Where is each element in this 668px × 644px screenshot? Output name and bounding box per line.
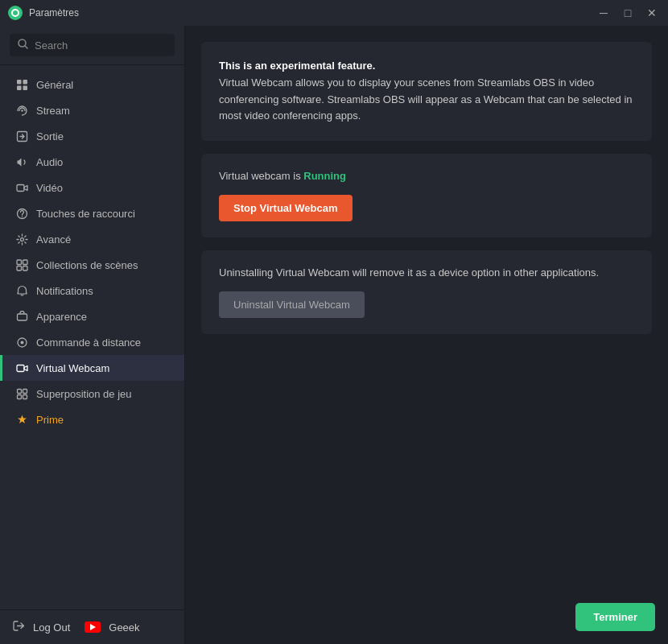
window-title: Paramètres [29, 7, 79, 19]
audio-icon [15, 155, 28, 168]
svg-line-1 [25, 46, 27, 48]
uninstall-button[interactable]: Uninstall Virtual Webcam [219, 291, 365, 318]
general-icon [15, 78, 28, 91]
svg-rect-14 [17, 266, 22, 270]
user-name: Geeek [109, 621, 139, 634]
svg-rect-3 [23, 80, 27, 85]
search-container [0, 26, 184, 65]
prime-label: Prime [36, 414, 64, 426]
minimize-button[interactable]: ─ [594, 3, 613, 23]
svg-rect-15 [23, 266, 27, 270]
sidebar-footer: Log Out Geeek [0, 609, 184, 644]
avance-label: Avancé [36, 233, 71, 246]
svg-rect-20 [17, 389, 21, 393]
svg-rect-8 [17, 184, 24, 191]
sidebar-item-stream[interactable]: Stream [0, 97, 184, 123]
gameoverlay-icon [15, 387, 28, 400]
search-input[interactable] [35, 39, 167, 52]
title-bar-left: Paramètres [8, 6, 79, 20]
terminer-button[interactable]: Terminer [575, 603, 655, 631]
gameoverlay-label: Superposition de jeu [36, 388, 132, 400]
audio-label: Audio [36, 156, 63, 168]
maximize-button[interactable]: □ [618, 3, 637, 23]
video-label: Vidéo [36, 182, 63, 194]
sidebar-item-sortie[interactable]: Sortie [0, 123, 184, 149]
svg-point-10 [21, 216, 23, 217]
sidebar-item-virtualwebcam[interactable]: Virtual Webcam [0, 355, 184, 381]
close-button[interactable]: ✕ [642, 3, 662, 23]
youtube-icon [85, 621, 101, 633]
remote-icon [15, 336, 28, 349]
title-controls: ─ □ ✕ [594, 3, 662, 23]
svg-rect-12 [17, 260, 22, 265]
svg-rect-19 [17, 365, 24, 371]
sortie-label: Sortie [36, 130, 64, 142]
notifications-label: Notifications [36, 285, 93, 297]
virtualwebcam-icon [15, 361, 28, 374]
video-icon [15, 181, 28, 194]
shortcuts-icon [15, 207, 28, 220]
logout-icon [13, 620, 25, 634]
svg-rect-5 [23, 85, 27, 90]
search-icon [18, 39, 28, 52]
status-card: Virtual webcam is Running Stop Virtual W… [201, 154, 652, 237]
svg-rect-13 [23, 260, 27, 265]
sidebar-item-apparence[interactable]: Apparence [0, 303, 184, 329]
general-label: Général [36, 79, 73, 91]
stream-icon [15, 104, 28, 117]
svg-rect-22 [17, 394, 21, 398]
svg-rect-23 [23, 394, 27, 398]
info-card: This is an experimental feature. Virtual… [201, 42, 652, 141]
logout-button[interactable]: Log Out [33, 621, 70, 634]
scenes-label: Collections de scènes [36, 259, 138, 271]
sidebar-item-general[interactable]: Général [0, 72, 184, 97]
remote-label: Commande à distance [36, 336, 141, 349]
svg-point-11 [20, 237, 23, 241]
scenes-icon [15, 258, 28, 271]
stop-webcam-button[interactable]: Stop Virtual Webcam [219, 195, 353, 221]
stream-label: Stream [36, 105, 70, 117]
sidebar-item-avance[interactable]: Avancé [0, 226, 184, 252]
sidebar-item-scenes[interactable]: Collections de scènes [0, 252, 184, 278]
status-line: Virtual webcam is Running [219, 170, 634, 182]
uninstall-description: Uninstalling Virtual Webcam will remove … [219, 266, 634, 279]
sidebar-item-audio[interactable]: Audio [0, 149, 184, 175]
main-layout: Général Stream Sortie Audi [0, 26, 668, 644]
title-bar: Paramètres ─ □ ✕ [0, 0, 668, 26]
svg-point-6 [21, 109, 23, 111]
app-icon [8, 6, 23, 20]
svg-rect-21 [23, 389, 27, 393]
youtube-play-icon [90, 624, 96, 630]
svg-point-18 [20, 341, 23, 344]
sidebar-item-notifications[interactable]: Notifications [0, 278, 184, 303]
info-description: Virtual Webcam allows you to display you… [219, 76, 633, 122]
sidebar-item-prime[interactable]: Prime [0, 407, 184, 432]
avance-icon [15, 233, 28, 246]
shortcuts-label: Touches de raccourci [36, 208, 135, 220]
nav-list: Général Stream Sortie Audi [0, 65, 184, 609]
apparence-label: Apparence [36, 311, 87, 323]
app-icon-inner [11, 9, 19, 17]
sidebar-item-video[interactable]: Vidéo [0, 175, 184, 200]
status-prefix: Virtual webcam is [219, 170, 303, 182]
virtualwebcam-label: Virtual Webcam [36, 362, 109, 374]
content-area: This is an experimental feature. Virtual… [185, 26, 668, 644]
search-box [10, 34, 175, 56]
status-running: Running [303, 170, 346, 182]
sidebar: Général Stream Sortie Audi [0, 26, 185, 644]
svg-rect-16 [17, 314, 27, 320]
sortie-icon [15, 130, 28, 142]
sidebar-item-shortcuts[interactable]: Touches de raccourci [0, 200, 184, 226]
sidebar-item-remote[interactable]: Commande à distance [0, 329, 184, 355]
svg-rect-2 [17, 80, 22, 85]
sidebar-item-gameoverlay[interactable]: Superposition de jeu [0, 381, 184, 407]
uninstall-card: Uninstalling Virtual Webcam will remove … [201, 250, 652, 334]
apparence-icon [15, 310, 28, 323]
notifications-icon [15, 284, 28, 297]
prime-icon [15, 413, 28, 426]
info-bold: This is an experimental feature. [219, 60, 375, 72]
svg-rect-4 [17, 85, 22, 90]
